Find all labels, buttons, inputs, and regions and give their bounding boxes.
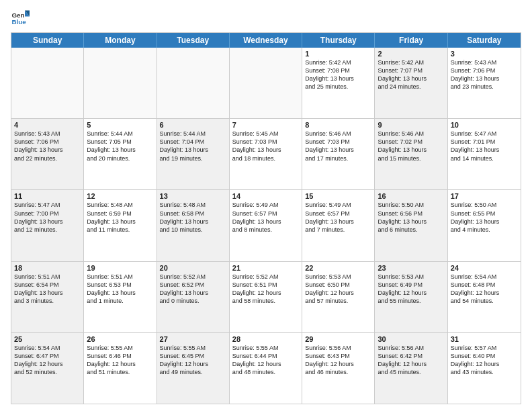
day-info: Sunrise: 5:43 AM Sunset: 7:06 PM Dayligh… [451,59,500,90]
day-number: 12 [87,192,153,200]
day-info: Sunrise: 5:49 AM Sunset: 6:57 PM Dayligh… [232,201,281,232]
svg-text:Blue: Blue [11,18,26,26]
day-info: Sunrise: 5:44 AM Sunset: 7:05 PM Dayligh… [87,130,136,161]
day-number: 11 [14,192,81,200]
day-info: Sunrise: 5:52 AM Sunset: 6:51 PM Dayligh… [232,273,281,304]
day-cell-18: 18Sunrise: 5:51 AM Sunset: 6:54 PM Dayli… [11,262,84,332]
day-cell-9: 9Sunrise: 5:46 AM Sunset: 7:02 PM Daylig… [375,119,447,189]
day-info: Sunrise: 5:53 AM Sunset: 6:49 PM Dayligh… [378,273,427,304]
empty-cell [84,48,157,118]
week-row-3: 11Sunrise: 5:47 AM Sunset: 7:00 PM Dayli… [11,190,521,261]
day-info: Sunrise: 5:48 AM Sunset: 6:59 PM Dayligh… [87,201,136,232]
day-info: Sunrise: 5:50 AM Sunset: 6:56 PM Dayligh… [378,201,427,232]
day-cell-4: 4Sunrise: 5:43 AM Sunset: 7:06 PM Daylig… [11,119,84,189]
day-number: 31 [451,335,518,343]
day-cell-15: 15Sunrise: 5:49 AM Sunset: 6:57 PM Dayli… [302,190,375,261]
day-info: Sunrise: 5:57 AM Sunset: 6:40 PM Dayligh… [451,345,500,375]
empty-cell [230,48,302,118]
day-number: 4 [14,121,81,129]
day-info: Sunrise: 5:56 AM Sunset: 6:42 PM Dayligh… [378,345,427,375]
calendar-header: SundayMondayTuesdayWednesdayThursdayFrid… [11,33,521,48]
day-header-friday: Friday [375,33,447,48]
day-cell-20: 20Sunrise: 5:52 AM Sunset: 6:52 PM Dayli… [157,262,230,332]
calendar: SundayMondayTuesdayWednesdayThursdayFrid… [11,32,521,404]
header: Gen Blue [11,8,521,27]
week-row-5: 25Sunrise: 5:54 AM Sunset: 6:47 PM Dayli… [11,333,521,404]
day-info: Sunrise: 5:44 AM Sunset: 7:04 PM Dayligh… [160,130,209,161]
day-info: Sunrise: 5:48 AM Sunset: 6:58 PM Dayligh… [160,201,209,232]
day-cell-19: 19Sunrise: 5:51 AM Sunset: 6:53 PM Dayli… [84,262,157,332]
day-cell-22: 22Sunrise: 5:53 AM Sunset: 6:50 PM Dayli… [302,262,375,332]
day-header-monday: Monday [84,33,157,48]
empty-cell [157,48,230,118]
day-header-sunday: Sunday [11,33,84,48]
day-info: Sunrise: 5:55 AM Sunset: 6:46 PM Dayligh… [87,345,136,375]
day-number: 24 [451,264,518,272]
day-cell-1: 1Sunrise: 5:42 AM Sunset: 7:08 PM Daylig… [302,48,375,118]
day-number: 15 [305,192,371,200]
day-number: 19 [87,264,153,272]
logo-icon: Gen Blue [11,8,30,27]
day-cell-2: 2Sunrise: 5:42 AM Sunset: 7:07 PM Daylig… [375,48,447,118]
day-header-tuesday: Tuesday [157,33,230,48]
day-number: 25 [14,335,81,343]
day-cell-27: 27Sunrise: 5:55 AM Sunset: 6:45 PM Dayli… [157,333,230,404]
logo: Gen Blue [11,8,32,27]
day-info: Sunrise: 5:42 AM Sunset: 7:07 PM Dayligh… [378,59,427,90]
day-number: 29 [305,335,371,343]
day-cell-13: 13Sunrise: 5:48 AM Sunset: 6:58 PM Dayli… [157,190,230,261]
day-number: 26 [87,335,153,343]
day-info: Sunrise: 5:56 AM Sunset: 6:43 PM Dayligh… [305,345,354,375]
day-cell-5: 5Sunrise: 5:44 AM Sunset: 7:05 PM Daylig… [84,119,157,189]
day-number: 20 [160,264,226,272]
day-cell-10: 10Sunrise: 5:47 AM Sunset: 7:01 PM Dayli… [448,119,521,189]
day-number: 5 [87,121,153,129]
day-info: Sunrise: 5:53 AM Sunset: 6:50 PM Dayligh… [305,273,354,304]
day-info: Sunrise: 5:55 AM Sunset: 6:44 PM Dayligh… [232,345,281,375]
day-info: Sunrise: 5:54 AM Sunset: 6:48 PM Dayligh… [451,273,500,304]
day-info: Sunrise: 5:49 AM Sunset: 6:57 PM Dayligh… [305,201,354,232]
day-number: 8 [305,121,371,129]
day-cell-14: 14Sunrise: 5:49 AM Sunset: 6:57 PM Dayli… [230,190,302,261]
day-cell-31: 31Sunrise: 5:57 AM Sunset: 6:40 PM Dayli… [448,333,521,404]
day-info: Sunrise: 5:42 AM Sunset: 7:08 PM Dayligh… [305,59,354,90]
day-number: 14 [232,192,299,200]
day-number: 21 [232,264,299,272]
day-number: 1 [305,50,371,58]
day-info: Sunrise: 5:50 AM Sunset: 6:55 PM Dayligh… [451,201,500,232]
day-cell-28: 28Sunrise: 5:55 AM Sunset: 6:44 PM Dayli… [230,333,302,404]
day-number: 6 [160,121,226,129]
day-info: Sunrise: 5:51 AM Sunset: 6:54 PM Dayligh… [14,273,63,304]
week-row-2: 4Sunrise: 5:43 AM Sunset: 7:06 PM Daylig… [11,119,521,190]
day-cell-23: 23Sunrise: 5:53 AM Sunset: 6:49 PM Dayli… [375,262,447,332]
day-cell-24: 24Sunrise: 5:54 AM Sunset: 6:48 PM Dayli… [448,262,521,332]
day-info: Sunrise: 5:47 AM Sunset: 7:00 PM Dayligh… [14,201,63,232]
day-cell-21: 21Sunrise: 5:52 AM Sunset: 6:51 PM Dayli… [230,262,302,332]
day-cell-7: 7Sunrise: 5:45 AM Sunset: 7:03 PM Daylig… [230,119,302,189]
day-cell-3: 3Sunrise: 5:43 AM Sunset: 7:06 PM Daylig… [448,48,521,118]
day-info: Sunrise: 5:45 AM Sunset: 7:03 PM Dayligh… [232,130,281,161]
page: Gen Blue SundayMondayTuesdayWednesdayThu… [0,0,532,411]
day-cell-26: 26Sunrise: 5:55 AM Sunset: 6:46 PM Dayli… [84,333,157,404]
day-number: 10 [451,121,518,129]
week-row-1: 1Sunrise: 5:42 AM Sunset: 7:08 PM Daylig… [11,48,521,119]
day-info: Sunrise: 5:55 AM Sunset: 6:45 PM Dayligh… [160,345,209,375]
calendar-body: 1Sunrise: 5:42 AM Sunset: 7:08 PM Daylig… [11,48,521,404]
day-header-saturday: Saturday [448,33,521,48]
day-info: Sunrise: 5:47 AM Sunset: 7:01 PM Dayligh… [451,130,500,161]
day-number: 9 [378,121,444,129]
day-number: 27 [160,335,226,343]
day-cell-29: 29Sunrise: 5:56 AM Sunset: 6:43 PM Dayli… [302,333,375,404]
day-number: 17 [451,192,518,200]
day-cell-30: 30Sunrise: 5:56 AM Sunset: 6:42 PM Dayli… [375,333,447,404]
day-number: 28 [232,335,299,343]
day-header-wednesday: Wednesday [230,33,302,48]
week-row-4: 18Sunrise: 5:51 AM Sunset: 6:54 PM Dayli… [11,262,521,333]
day-info: Sunrise: 5:43 AM Sunset: 7:06 PM Dayligh… [14,130,63,161]
day-cell-12: 12Sunrise: 5:48 AM Sunset: 6:59 PM Dayli… [84,190,157,261]
day-cell-11: 11Sunrise: 5:47 AM Sunset: 7:00 PM Dayli… [11,190,84,261]
day-number: 13 [160,192,226,200]
day-cell-6: 6Sunrise: 5:44 AM Sunset: 7:04 PM Daylig… [157,119,230,189]
day-number: 7 [232,121,299,129]
day-number: 16 [378,192,444,200]
